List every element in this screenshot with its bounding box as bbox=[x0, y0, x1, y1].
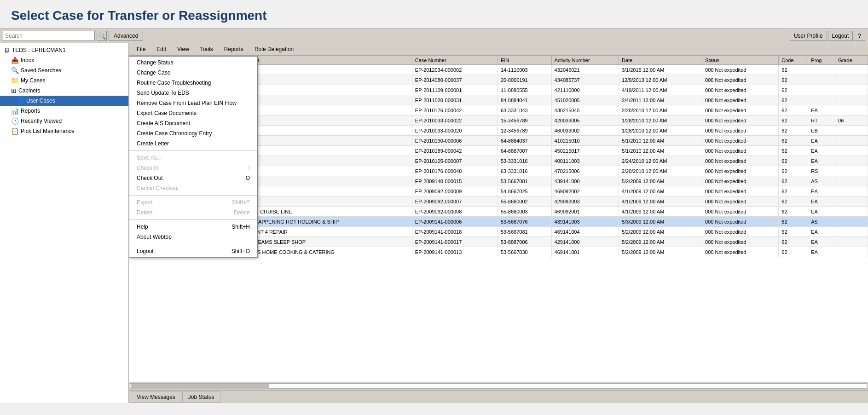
code-cell: 62 bbox=[779, 75, 808, 85]
view-messages-tab[interactable]: View Messages bbox=[131, 392, 181, 403]
menu-tools[interactable]: Tools bbox=[195, 44, 218, 54]
activity-cell: 469141004 bbox=[551, 227, 619, 237]
menu-about-webtop[interactable]: About Webtop bbox=[129, 232, 257, 242]
prog-cell: RT bbox=[808, 115, 835, 126]
date-cell: 4/19/2011 12:00 AM bbox=[619, 85, 702, 95]
menu-change-status[interactable]: Change Status bbox=[129, 58, 257, 68]
prog-cell bbox=[808, 95, 835, 105]
menu-reports[interactable]: Reports bbox=[219, 44, 249, 54]
case-number-cell: EP-2010033-000022 bbox=[412, 115, 498, 126]
menu-view[interactable]: View bbox=[172, 44, 194, 54]
pick-list-icon: 📋 bbox=[11, 127, 19, 135]
ein-cell: 63-3331016 bbox=[498, 166, 551, 176]
case-number-cell: EP-2010105-000007 bbox=[412, 156, 498, 166]
sidebar-item-inbox[interactable]: 📥 Inbox bbox=[0, 55, 128, 65]
sidebar-item-pick-list[interactable]: 📋 Pick List Maintenance bbox=[0, 126, 128, 136]
grade-cell bbox=[835, 186, 868, 196]
activity-cell: 469141001 bbox=[551, 247, 619, 257]
activity-cell: 400111003 bbox=[551, 156, 619, 166]
grade-cell bbox=[835, 146, 868, 156]
sidebar-mycases-label: My Cases bbox=[21, 77, 45, 84]
date-cell: 5/2/2009 12:00 AM bbox=[619, 247, 702, 257]
code-cell: 62 bbox=[779, 247, 808, 257]
sidebar-item-user-cases[interactable]: 👤 User Cases bbox=[0, 96, 128, 106]
grade-cell bbox=[835, 95, 868, 105]
menu-file[interactable]: File bbox=[132, 44, 150, 54]
toolbar: 🔍 Advanced User Profile Logout ? bbox=[0, 29, 868, 43]
ein-cell: 55-8660003 bbox=[498, 207, 551, 217]
status-cell: 000 Not expedited bbox=[702, 196, 779, 207]
ein-cell: 11-8880555 bbox=[498, 85, 551, 95]
grade-cell bbox=[835, 85, 868, 95]
toolbar-right: User Profile Logout ? bbox=[790, 31, 865, 41]
code-cell: 62 bbox=[779, 156, 808, 166]
help-button[interactable]: ? bbox=[854, 31, 865, 41]
code-cell: 62 bbox=[779, 207, 808, 217]
activity-cell: 429141000 bbox=[551, 237, 619, 247]
menu-send-update-eds[interactable]: Send Update To EDS bbox=[129, 88, 257, 98]
code-cell: 62 bbox=[779, 166, 808, 176]
job-status-tab[interactable]: Job Status bbox=[182, 392, 220, 403]
case-number-cell: EP-2009141-000006 bbox=[412, 217, 498, 227]
search-button[interactable]: 🔍 bbox=[97, 31, 107, 41]
date-cell: 2/24/2010 12:00 AM bbox=[619, 156, 702, 166]
ein-cell: 20-0000191 bbox=[498, 75, 551, 85]
activity-cell: 430215045 bbox=[551, 105, 619, 115]
menu-routine-troubleshoot[interactable]: Routine Case Troubleshooting bbox=[129, 78, 257, 88]
menu-check-out[interactable]: Check OutO bbox=[129, 173, 257, 183]
activity-cell: 460033002 bbox=[551, 126, 619, 136]
sidebar-item-reports[interactable]: 📊 Reports bbox=[0, 106, 128, 116]
logout-button[interactable]: Logout bbox=[828, 31, 853, 41]
menu-check-in: Check InI bbox=[129, 163, 257, 173]
hscroll-track[interactable] bbox=[130, 383, 867, 389]
sidebar-item-saved-searches[interactable]: 🔍 Saved Searches bbox=[0, 65, 128, 75]
code-cell: 62 bbox=[779, 105, 808, 115]
code-cell: 62 bbox=[779, 146, 808, 156]
col-ein: EIN bbox=[498, 56, 551, 65]
menu-change-case[interactable]: Change Case bbox=[129, 68, 257, 78]
grade-cell bbox=[835, 75, 868, 85]
sidebar-item-my-cases[interactable]: 📁 My Cases bbox=[0, 75, 128, 86]
grade-cell bbox=[835, 176, 868, 186]
search-input[interactable] bbox=[3, 31, 95, 41]
hscroll-bar[interactable] bbox=[129, 382, 868, 390]
menu-cancel-checkout: Cancel Checkout bbox=[129, 183, 257, 193]
sidebar: 🖥 TEDS : EPRECMAN1 📥 Inbox 🔍 Saved Searc… bbox=[0, 43, 129, 403]
ein-cell: 84-8884041 bbox=[498, 95, 551, 105]
case-number-cell: EP-2009141-000018 bbox=[412, 227, 498, 237]
code-cell: 62 bbox=[779, 237, 808, 247]
user-profile-button[interactable]: User Profile bbox=[790, 31, 827, 41]
cabinets-icon: ⊞ bbox=[11, 87, 17, 94]
activity-cell: 439141000 bbox=[551, 176, 619, 186]
sidebar-item-cabinets[interactable]: ⊞ Cabinets bbox=[0, 86, 128, 96]
sidebar-item-root[interactable]: 🖥 TEDS : EPRECMAN1 bbox=[0, 45, 128, 55]
menu-create-ais[interactable]: Create AIS Document bbox=[129, 118, 257, 128]
case-number-cell: EP-2010033-000020 bbox=[412, 126, 498, 136]
menu-create-letter[interactable]: Create Letter bbox=[129, 138, 257, 149]
grade-cell bbox=[835, 247, 868, 257]
menu-logout[interactable]: LogoutShift+O bbox=[129, 246, 257, 256]
ein-cell: 12-3456789 bbox=[498, 126, 551, 136]
date-cell: 5/2/2009 12:00 AM bbox=[619, 176, 702, 186]
menu-remove-case[interactable]: Remove Case From Lead Plan EIN Flow bbox=[129, 98, 257, 108]
menu-create-chronology[interactable]: Create Case Chronology Entry bbox=[129, 128, 257, 138]
activity-cell: 432046021 bbox=[551, 65, 619, 75]
grade-cell bbox=[835, 237, 868, 247]
sidebar-item-recently-viewed[interactable]: 🕐 Recently Viewed bbox=[0, 116, 128, 126]
content-area: File Edit View Tools Reports Role Delega… bbox=[129, 43, 868, 403]
date-cell: 2/20/2010 12:00 AM bbox=[619, 105, 702, 115]
menu-role-delegation[interactable]: Role Delegation bbox=[249, 44, 299, 54]
menu-export-docs[interactable]: Export Case Documents bbox=[129, 108, 257, 118]
code-cell: 62 bbox=[779, 227, 808, 237]
menu-export: ExportShift+E bbox=[129, 197, 257, 208]
menu-edit[interactable]: Edit bbox=[151, 44, 171, 54]
activity-cell: 469092002 bbox=[551, 186, 619, 196]
date-cell: 4/1/2009 12:00 AM bbox=[619, 196, 702, 207]
code-cell: 62 bbox=[779, 65, 808, 75]
recently-viewed-icon: 🕐 bbox=[11, 117, 19, 125]
hscroll-thumb[interactable] bbox=[131, 384, 269, 389]
status-cell: 000 Not expedited bbox=[702, 227, 779, 237]
advanced-button[interactable]: Advanced bbox=[109, 31, 143, 41]
menu-help[interactable]: HelpShift+H bbox=[129, 222, 257, 232]
root-icon: 🖥 bbox=[4, 46, 10, 54]
